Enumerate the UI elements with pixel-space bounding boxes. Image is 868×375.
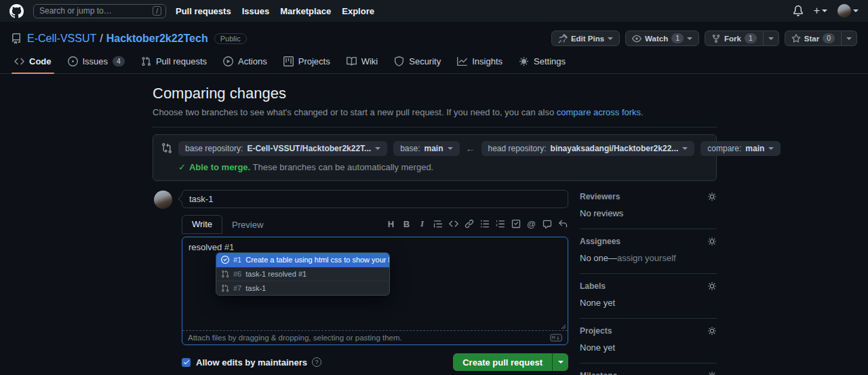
tab-wiki[interactable]: Wiki: [340, 52, 384, 73]
reply-icon[interactable]: [557, 218, 568, 229]
suggestion-item[interactable]: #7 task-1: [216, 281, 389, 295]
create-pull-request-split-button: Create pull request: [453, 353, 568, 371]
base-repo-label: base repository:: [185, 144, 243, 153]
ordered-list-icon[interactable]: [494, 218, 506, 229]
tab-security[interactable]: Security: [388, 52, 447, 73]
compare-across-forks-link[interactable]: compare across forks: [557, 107, 641, 117]
suggestion-item[interactable]: #1 Create a table using html css to show…: [216, 253, 389, 267]
tab-label: Code: [29, 56, 52, 66]
tab-write[interactable]: Write: [182, 215, 222, 234]
repo-owner-link[interactable]: E-Cell-VSSUT: [27, 33, 96, 45]
star-icon: [791, 34, 801, 43]
tab-preview[interactable]: Preview: [222, 216, 273, 234]
pr-body-editor: resolved #1 #1 Create a table using html…: [182, 237, 568, 345]
base-branch-label: base:: [400, 144, 420, 153]
nav-explore[interactable]: Explore: [342, 6, 374, 16]
repo-title: E-Cell-VSSUT / Hacktober2k22Tech Public: [27, 33, 247, 45]
watch-label: Watch: [645, 35, 668, 43]
sidebar-section-reviewers: Reviewers No reviews: [580, 190, 717, 229]
base-repository-select[interactable]: base repository: E-Cell-VSSUT/Hacktober2…: [178, 141, 387, 156]
projects-header[interactable]: Projects: [580, 326, 717, 336]
pull-request-icon: [221, 284, 229, 292]
fork-dropdown-button[interactable]: [764, 31, 779, 46]
tab-projects[interactable]: Projects: [277, 52, 336, 73]
user-menu[interactable]: [837, 4, 859, 18]
section-title: Labels: [580, 281, 606, 291]
reviewers-value: No reviews: [580, 208, 717, 218]
tab-insights[interactable]: Insights: [451, 52, 509, 73]
tasklist-icon[interactable]: [510, 218, 521, 229]
nav-pull-requests[interactable]: Pull requests: [176, 6, 231, 16]
reviewers-header[interactable]: Reviewers: [580, 192, 717, 201]
italic-icon[interactable]: I: [416, 218, 428, 229]
unordered-list-icon[interactable]: [479, 218, 490, 229]
tab-label: Issues: [83, 56, 108, 66]
assign-yourself-link[interactable]: assign yourself: [617, 253, 676, 263]
sidebar-section-milestone: Milestone No milestone: [580, 363, 717, 375]
issues-count-badge: 4: [113, 56, 125, 66]
repo-name-link[interactable]: Hacktober2k22Tech: [106, 33, 208, 45]
pr-form: Write Preview H B I @: [182, 190, 568, 375]
tab-label: Insights: [472, 56, 502, 66]
gear-icon[interactable]: [707, 192, 717, 201]
tab-pull-requests[interactable]: Pull requests: [135, 52, 213, 73]
attach-files-bar[interactable]: Attach files by dragging & dropping, sel…: [182, 330, 568, 344]
question-icon[interactable]: ?: [312, 357, 321, 367]
star-dropdown-button[interactable]: [842, 31, 857, 46]
cross-reference-icon[interactable]: [541, 218, 553, 229]
suggestion-item[interactable]: #6 task-1 resolved #1: [216, 267, 389, 281]
gear-icon[interactable]: [707, 326, 717, 336]
chevron-down-icon: [768, 37, 774, 43]
description-period: .: [641, 107, 644, 117]
edit-pins-button[interactable]: Edit Pins: [551, 31, 620, 46]
base-branch-select[interactable]: base: main: [393, 141, 459, 156]
repo-actions: Edit Pins Watch 1 Fork 1 Star 0: [551, 31, 857, 46]
watch-button[interactable]: Watch 1: [625, 31, 699, 46]
bell-icon[interactable]: [793, 5, 804, 16]
chevron-down-icon: [846, 37, 852, 43]
compare-branch-select[interactable]: compare: main: [701, 141, 781, 156]
head-repository-select[interactable]: head repository: binayaksadangi/Hacktobe…: [481, 141, 695, 156]
code-icon: [14, 56, 24, 66]
gear-icon[interactable]: [707, 371, 717, 375]
star-count: 0: [823, 33, 835, 43]
tab-actions[interactable]: Actions: [217, 52, 273, 73]
nav-issues[interactable]: Issues: [242, 6, 269, 16]
github-logo-icon[interactable]: [9, 4, 24, 18]
description-text: Choose two branches to see what's change…: [153, 107, 557, 117]
milestone-header[interactable]: Milestone: [580, 371, 717, 375]
create-new-menu[interactable]: +: [814, 5, 827, 16]
tab-issues[interactable]: Issues 4: [62, 52, 131, 73]
star-button[interactable]: Star 0: [785, 31, 842, 46]
book-icon: [347, 56, 357, 66]
gear-icon[interactable]: [707, 281, 717, 291]
global-search[interactable]: /: [33, 4, 166, 18]
link-icon[interactable]: [463, 218, 475, 229]
pr-title-input[interactable]: [182, 190, 568, 208]
allow-edits-checkbox[interactable]: [182, 358, 191, 367]
create-pull-request-dropdown[interactable]: [552, 353, 568, 371]
project-icon: [283, 56, 294, 66]
resize-grip[interactable]: [561, 324, 566, 330]
bold-icon[interactable]: B: [401, 218, 412, 229]
search-input[interactable]: [38, 5, 153, 16]
heading-icon[interactable]: H: [385, 218, 397, 229]
quote-icon[interactable]: [432, 218, 443, 229]
assignees-header[interactable]: Assignees: [580, 237, 717, 246]
chevron-down-icon: [558, 361, 564, 366]
labels-header[interactable]: Labels: [580, 281, 717, 291]
gear-icon[interactable]: [707, 237, 717, 246]
suggestion-text: task-1: [245, 284, 266, 292]
mention-icon[interactable]: @: [526, 218, 537, 229]
gear-icon: [519, 56, 529, 66]
arrow-left-icon: ←: [466, 143, 475, 154]
attach-hint-text: Attach files by dragging & dropping, sel…: [188, 334, 402, 342]
tab-label: Actions: [238, 56, 267, 66]
create-pull-request-button[interactable]: Create pull request: [453, 353, 552, 371]
nav-marketplace[interactable]: Marketplace: [280, 6, 331, 16]
code-icon[interactable]: [448, 218, 459, 229]
tab-label: Pull requests: [156, 56, 207, 66]
tab-code[interactable]: Code: [8, 52, 58, 73]
tab-settings[interactable]: Settings: [513, 52, 572, 73]
fork-button[interactable]: Fork 1: [705, 31, 764, 46]
